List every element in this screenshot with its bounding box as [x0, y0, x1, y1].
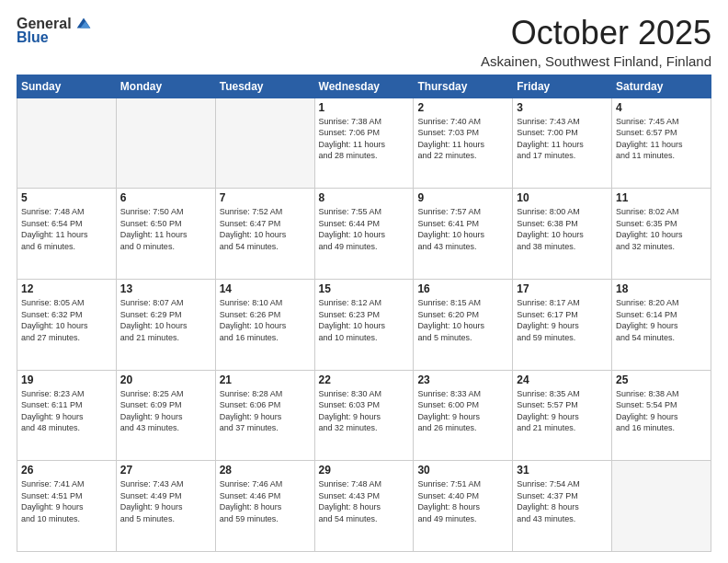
day-number: 12	[21, 282, 112, 295]
day-info: Sunrise: 8:30 AM Sunset: 6:03 PM Dayligh…	[319, 388, 410, 434]
day-number: 21	[220, 373, 311, 386]
month-title: October 2025	[481, 15, 711, 52]
day-cell: 25Sunrise: 8:38 AM Sunset: 5:54 PM Dayli…	[612, 370, 711, 461]
day-info: Sunrise: 7:51 AM Sunset: 4:40 PM Dayligh…	[417, 478, 508, 524]
day-cell: 23Sunrise: 8:33 AM Sunset: 6:00 PM Dayli…	[414, 370, 513, 461]
day-info: Sunrise: 7:43 AM Sunset: 7:00 PM Dayligh…	[517, 116, 608, 162]
day-cell: 28Sunrise: 7:46 AM Sunset: 4:46 PM Dayli…	[215, 461, 314, 552]
day-info: Sunrise: 8:35 AM Sunset: 5:57 PM Dayligh…	[517, 388, 608, 434]
day-number: 24	[517, 373, 608, 386]
day-cell: 13Sunrise: 8:07 AM Sunset: 6:29 PM Dayli…	[116, 279, 215, 370]
day-number: 19	[21, 373, 112, 386]
day-number: 4	[616, 101, 707, 114]
day-cell: 17Sunrise: 8:17 AM Sunset: 6:17 PM Dayli…	[513, 279, 612, 370]
day-cell: 5Sunrise: 7:48 AM Sunset: 6:54 PM Daylig…	[17, 189, 117, 280]
header-wednesday: Wednesday	[314, 75, 414, 98]
day-info: Sunrise: 7:40 AM Sunset: 7:03 PM Dayligh…	[417, 116, 508, 162]
day-info: Sunrise: 8:02 AM Sunset: 6:35 PM Dayligh…	[616, 206, 707, 252]
day-info: Sunrise: 7:50 AM Sunset: 6:50 PM Dayligh…	[120, 206, 211, 252]
day-info: Sunrise: 8:33 AM Sunset: 6:00 PM Dayligh…	[417, 388, 508, 434]
header-friday: Friday	[513, 75, 612, 98]
day-cell: 18Sunrise: 8:20 AM Sunset: 6:14 PM Dayli…	[612, 279, 711, 370]
header-sunday: Sunday	[17, 75, 117, 98]
day-cell: 12Sunrise: 8:05 AM Sunset: 6:32 PM Dayli…	[17, 279, 117, 370]
day-number: 11	[616, 191, 707, 204]
weekday-header-row: Sunday Monday Tuesday Wednesday Thursday…	[17, 75, 711, 98]
day-number: 3	[517, 101, 608, 114]
day-info: Sunrise: 7:55 AM Sunset: 6:44 PM Dayligh…	[319, 206, 410, 252]
day-cell: 27Sunrise: 7:43 AM Sunset: 4:49 PM Dayli…	[116, 461, 215, 552]
day-number: 26	[21, 464, 112, 477]
day-number: 30	[417, 464, 508, 477]
day-number: 10	[517, 191, 608, 204]
day-cell: 3Sunrise: 7:43 AM Sunset: 7:00 PM Daylig…	[513, 98, 612, 189]
day-cell: 8Sunrise: 7:55 AM Sunset: 6:44 PM Daylig…	[314, 189, 414, 280]
week-row-3: 19Sunrise: 8:23 AM Sunset: 6:11 PM Dayli…	[17, 370, 711, 461]
day-number: 1	[319, 101, 410, 114]
day-cell: 1Sunrise: 7:38 AM Sunset: 7:06 PM Daylig…	[314, 98, 414, 189]
day-cell	[116, 98, 215, 189]
day-number: 13	[120, 282, 211, 295]
header-thursday: Thursday	[414, 75, 513, 98]
day-info: Sunrise: 8:07 AM Sunset: 6:29 PM Dayligh…	[120, 297, 211, 343]
week-row-0: 1Sunrise: 7:38 AM Sunset: 7:06 PM Daylig…	[17, 98, 711, 189]
day-cell: 7Sunrise: 7:52 AM Sunset: 6:47 PM Daylig…	[215, 189, 314, 280]
day-cell: 31Sunrise: 7:54 AM Sunset: 4:37 PM Dayli…	[513, 461, 612, 552]
day-cell: 2Sunrise: 7:40 AM Sunset: 7:03 PM Daylig…	[414, 98, 513, 189]
day-number: 29	[319, 464, 410, 477]
day-info: Sunrise: 7:48 AM Sunset: 6:54 PM Dayligh…	[21, 206, 112, 252]
day-cell: 30Sunrise: 7:51 AM Sunset: 4:40 PM Dayli…	[414, 461, 513, 552]
day-info: Sunrise: 8:23 AM Sunset: 6:11 PM Dayligh…	[21, 388, 112, 434]
day-cell: 10Sunrise: 8:00 AM Sunset: 6:38 PM Dayli…	[513, 189, 612, 280]
logo-blue: Blue	[17, 29, 49, 46]
day-cell	[612, 461, 711, 552]
page: General Blue October 2025 Askainen, Sout…	[0, 0, 728, 563]
day-number: 27	[120, 464, 211, 477]
day-number: 25	[616, 373, 707, 386]
header-monday: Monday	[116, 75, 215, 98]
day-number: 15	[319, 282, 410, 295]
day-cell: 14Sunrise: 8:10 AM Sunset: 6:26 PM Dayli…	[215, 279, 314, 370]
day-info: Sunrise: 7:45 AM Sunset: 6:57 PM Dayligh…	[616, 116, 707, 162]
header: General Blue October 2025 Askainen, Sout…	[17, 15, 711, 69]
day-number: 23	[417, 373, 508, 386]
day-info: Sunrise: 7:52 AM Sunset: 6:47 PM Dayligh…	[220, 206, 311, 252]
day-number: 8	[319, 191, 410, 204]
week-row-4: 26Sunrise: 7:41 AM Sunset: 4:51 PM Dayli…	[17, 461, 711, 552]
day-info: Sunrise: 7:43 AM Sunset: 4:49 PM Dayligh…	[120, 478, 211, 524]
day-number: 6	[120, 191, 211, 204]
day-cell: 19Sunrise: 8:23 AM Sunset: 6:11 PM Dayli…	[17, 370, 117, 461]
title-area: October 2025 Askainen, Southwest Finland…	[481, 15, 711, 69]
day-number: 20	[120, 373, 211, 386]
logo: General Blue	[17, 15, 94, 46]
day-number: 2	[417, 101, 508, 114]
day-info: Sunrise: 8:00 AM Sunset: 6:38 PM Dayligh…	[517, 206, 608, 252]
day-number: 22	[319, 373, 410, 386]
day-number: 28	[220, 464, 311, 477]
day-number: 17	[517, 282, 608, 295]
day-info: Sunrise: 7:46 AM Sunset: 4:46 PM Dayligh…	[220, 478, 311, 524]
day-info: Sunrise: 8:38 AM Sunset: 5:54 PM Dayligh…	[616, 388, 707, 434]
header-tuesday: Tuesday	[215, 75, 314, 98]
day-info: Sunrise: 8:12 AM Sunset: 6:23 PM Dayligh…	[319, 297, 410, 343]
day-info: Sunrise: 8:17 AM Sunset: 6:17 PM Dayligh…	[517, 297, 608, 343]
day-cell	[215, 98, 314, 189]
day-cell: 15Sunrise: 8:12 AM Sunset: 6:23 PM Dayli…	[314, 279, 414, 370]
day-number: 9	[417, 191, 508, 204]
day-cell: 24Sunrise: 8:35 AM Sunset: 5:57 PM Dayli…	[513, 370, 612, 461]
day-cell: 6Sunrise: 7:50 AM Sunset: 6:50 PM Daylig…	[116, 189, 215, 280]
day-info: Sunrise: 7:41 AM Sunset: 4:51 PM Dayligh…	[21, 478, 112, 524]
day-info: Sunrise: 7:48 AM Sunset: 4:43 PM Dayligh…	[319, 478, 410, 524]
day-info: Sunrise: 8:10 AM Sunset: 6:26 PM Dayligh…	[220, 297, 311, 343]
day-cell: 16Sunrise: 8:15 AM Sunset: 6:20 PM Dayli…	[414, 279, 513, 370]
day-number: 7	[220, 191, 311, 204]
day-number: 5	[21, 191, 112, 204]
day-number: 18	[616, 282, 707, 295]
day-cell: 9Sunrise: 7:57 AM Sunset: 6:41 PM Daylig…	[414, 189, 513, 280]
day-info: Sunrise: 8:05 AM Sunset: 6:32 PM Dayligh…	[21, 297, 112, 343]
day-cell: 21Sunrise: 8:28 AM Sunset: 6:06 PM Dayli…	[215, 370, 314, 461]
calendar-table: Sunday Monday Tuesday Wednesday Thursday…	[17, 75, 711, 552]
day-info: Sunrise: 7:57 AM Sunset: 6:41 PM Dayligh…	[417, 206, 508, 252]
logo-icon	[74, 13, 94, 33]
week-row-2: 12Sunrise: 8:05 AM Sunset: 6:32 PM Dayli…	[17, 279, 711, 370]
